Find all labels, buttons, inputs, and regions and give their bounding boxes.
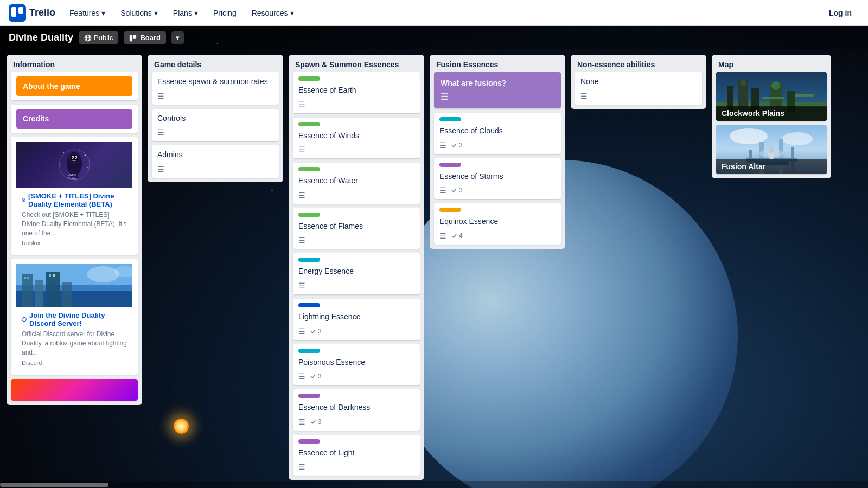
label-water [298,167,320,171]
svg-point-19 [63,152,64,153]
card-title-none: None [580,76,697,87]
card-fusion-altar[interactable]: Fusion Altar [716,125,827,174]
checklist-icon-energy: ☰ [298,281,305,290]
map-label-clockwork: Clockwork Plains [716,106,827,121]
attach-icon-poisonous [310,373,316,380]
card-admins[interactable]: Admins ☰ [152,145,279,178]
nav-resources[interactable]: Resources ▾ [246,5,299,21]
svg-text:Duality: Duality [68,177,77,180]
card-lightning-essence[interactable]: Lightning Essence ☰ 3 [293,299,420,340]
card-footer-essence-spawn: ☰ [157,92,273,100]
checklist-icon-flames: ☰ [298,236,305,245]
attachment-count-darkness: 3 [310,418,322,426]
attach-icon-equinox [451,233,457,239]
svg-rect-1 [11,7,16,17]
card-poisonous-essence[interactable]: Poisonous Essence ☰ 3 [293,344,420,386]
attachment-count-storms: 3 [451,187,463,194]
nav-pricing[interactable]: Pricing [208,5,242,21]
attachment-count-clouds: 3 [451,142,463,149]
column-fusion-essences: Fusion Essences What are fusions? ☰ Esse… [430,55,565,249]
card-essence-water[interactable]: Essence of Water ☰ [293,163,420,204]
nav-solutions[interactable]: Solutions ▾ [115,5,163,21]
card-about-game[interactable]: About the game [11,72,138,100]
card-darkness-essence[interactable]: Essence of Darkness ☰ 3 [293,389,420,431]
card-essence-earth[interactable]: Essence of Earth ☰ [293,72,420,113]
svg-rect-46 [762,97,784,99]
card-title-light: Essence of Light [298,448,414,459]
column-header-non-essence: Non-essence abilities [571,55,706,72]
card-discord-link[interactable]: Join the Divine Duality Discord Server! … [11,259,138,374]
column-information: Information About the game Credits [7,55,142,405]
svg-point-35 [87,266,119,282]
card-none[interactable]: None ☰ [575,72,702,105]
map-label-fusion-altar: Fusion Altar [716,159,827,174]
board-icon [129,34,137,42]
card-controls[interactable]: Controls ☰ [152,109,279,142]
card-energy-essence[interactable]: Energy Essence ☰ [293,253,420,294]
svg-point-20 [85,154,86,156]
card-light-essence[interactable]: Essence of Light ☰ [293,435,420,476]
card-credits[interactable]: Credits [11,105,138,133]
card-label-about: About the game [16,76,132,96]
checklist-icon-earth: ☰ [298,100,305,109]
svg-rect-2 [18,7,23,14]
card-what-are-fusions[interactable]: What are fusions? ☰ [434,72,561,108]
logo-thumb-bg [11,379,138,401]
checklist-icon-winds: ☰ [298,145,305,154]
svg-point-15 [72,157,73,158]
column-body-spawn-summon: Essence of Earth ☰ Essence of Winds ☰ Es… [289,72,424,480]
card-title-water: Essence of Water [298,176,414,187]
label-clouds [439,117,461,121]
checklist-icon-equinox: ☰ [439,232,446,240]
attach-icon-lightning [310,328,316,335]
card-essence-winds[interactable]: Essence of Winds ☰ [293,118,420,159]
card-thumb-discord [16,264,132,307]
card-clouds-essence[interactable]: Essence of Clouds ☰ 3 [434,113,561,154]
discord-card-link[interactable]: Join the Divine Duality Discord Server! [29,311,127,328]
board-options-button[interactable]: ▾ [171,31,184,44]
logo[interactable]: Trello [9,4,55,22]
svg-rect-28 [35,280,43,307]
card-footer-controls: ☰ [157,128,273,137]
attachment-count-lightning: 3 [310,328,322,335]
login-button[interactable]: Log in [821,5,859,21]
attachment-count-poisonous: 3 [310,373,322,380]
svg-point-22 [87,167,88,168]
svg-rect-26 [16,291,132,307]
board-view-button[interactable]: Board [124,31,166,44]
svg-point-62 [773,150,783,157]
checklist-icon-clouds: ☰ [439,141,446,150]
scrollbar-thumb[interactable] [0,483,108,487]
board-title: Divine Duality [9,32,73,43]
nav-features[interactable]: Features ▾ [64,5,111,21]
horizontal-scrollbar[interactable] [0,481,868,488]
column-body-game-details: Essence spawn & summon rates ☰ Controls … [148,72,283,182]
trello-logo-icon [9,4,26,22]
card-roblox-link[interactable]: Divine Duality [SMOKE + TITLES] Divine D… [11,137,138,255]
roblox-card-link[interactable]: [SMOKE + TITLES] Divine Duality Elementa… [28,192,127,208]
discord-art [16,264,132,307]
fusions-checklist-icon: ☰ [441,92,448,102]
card-thumb-roblox: Divine Duality [16,142,132,188]
card-essence-flames[interactable]: Essence of Flames ☰ [293,208,420,249]
label-light [298,439,320,444]
card-label-credits: Credits [16,109,132,129]
checklist-icon-storms: ☰ [439,186,446,195]
checklist-icon-light: ☰ [298,463,305,471]
column-body-non-essence: None ☰ [571,72,706,109]
board-header: Divine Duality Public Board ▾ [0,26,868,49]
attach-icon-storms [451,187,457,194]
label-lightning [298,303,320,307]
svg-rect-33 [49,274,51,277]
nav-right: Log in [821,5,859,21]
label-equinox [439,208,461,212]
card-equinox-essence[interactable]: Equinox Essence ☰ 4 [434,203,561,245]
card-essence-spawn[interactable]: Essence spawn & summon rates ☰ [152,72,279,105]
visibility-badge[interactable]: Public [79,31,118,44]
card-logo-thumb[interactable] [11,379,138,401]
card-storms-essence[interactable]: Essence of Storms ☰ 3 [434,158,561,200]
nav-plans[interactable]: Plans ▾ [168,5,203,21]
link-icon [22,197,25,203]
column-body-information: About the game Credits [7,72,142,405]
card-clockwork-plains[interactable]: Clockwork Plains [716,72,827,121]
